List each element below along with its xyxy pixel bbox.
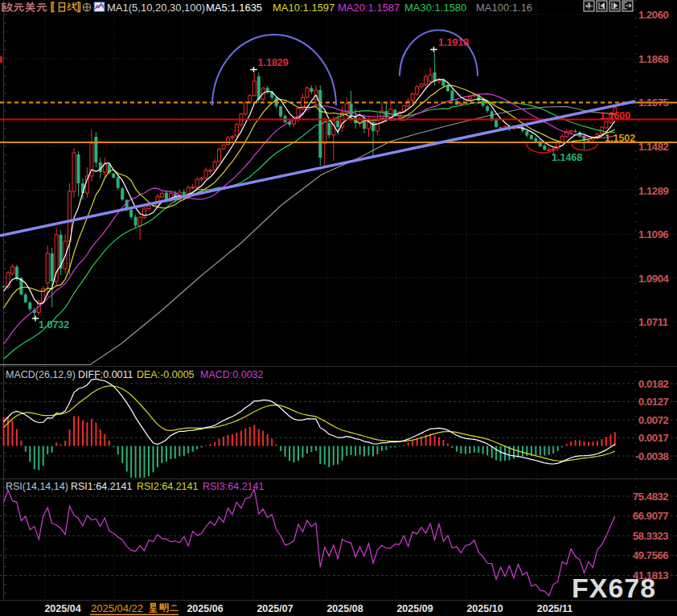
svg-text:2025/04: 2025/04 [44, 603, 80, 614]
svg-text:1.1482: 1.1482 [638, 141, 669, 153]
svg-text:0.0127: 0.0127 [638, 396, 669, 408]
svg-text:1.1468: 1.1468 [552, 152, 582, 163]
svg-text:49.7566: 49.7566 [633, 549, 668, 561]
svg-text:1.1502: 1.1502 [605, 133, 635, 144]
svg-text:66.9077: 66.9077 [633, 510, 668, 522]
svg-text:2025/10: 2025/10 [466, 603, 503, 614]
svg-text:1.0904: 1.0904 [638, 273, 670, 285]
svg-text:MA30:1.1580: MA30:1.1580 [404, 2, 466, 14]
svg-text:MACD(26,12,9): MACD(26,12,9) [6, 369, 76, 380]
svg-text:2025/08: 2025/08 [326, 603, 363, 614]
svg-text:1.1829: 1.1829 [258, 57, 289, 68]
svg-text:MA20:1.1587: MA20:1.1587 [338, 2, 400, 14]
svg-text:0.0017: 0.0017 [638, 432, 669, 444]
svg-text:FX678: FX678 [572, 573, 656, 603]
svg-text:DIFF:0.0011: DIFF:0.0011 [78, 369, 133, 380]
svg-text:75.4832: 75.4832 [633, 491, 668, 503]
svg-text:RSI1:64.2141: RSI1:64.2141 [71, 481, 132, 492]
svg-text:2025/11: 2025/11 [537, 603, 573, 614]
svg-text:MA10:1.1597: MA10:1.1597 [273, 2, 334, 14]
svg-text:1.0732: 1.0732 [39, 319, 69, 331]
svg-text:2025/07: 2025/07 [256, 603, 293, 614]
svg-text:0.0182: 0.0182 [638, 378, 669, 390]
svg-text:58.3323: 58.3323 [633, 530, 668, 542]
svg-text:-0.0038: -0.0038 [635, 450, 668, 462]
svg-text:1.1289: 1.1289 [638, 185, 669, 197]
svg-text:1.1868: 1.1868 [638, 53, 669, 65]
svg-text:RSI3:64.2141: RSI3:64.2141 [203, 481, 264, 492]
svg-text:2025/09: 2025/09 [396, 603, 433, 614]
svg-text:2025/06: 2025/06 [187, 603, 223, 614]
svg-text:1.2060: 1.2060 [638, 9, 669, 21]
svg-text:1.1918: 1.1918 [438, 37, 469, 48]
svg-text:DEA:-0.0005: DEA:-0.0005 [137, 369, 195, 380]
svg-text:MA100:1.16: MA100:1.16 [476, 2, 532, 14]
svg-text:1.0711: 1.0711 [638, 316, 668, 328]
svg-text:MACD:0.0032: MACD:0.0032 [200, 369, 264, 380]
svg-text:MA5:1.1635: MA5:1.1635 [206, 2, 262, 14]
svg-text:RSI(14,14,14): RSI(14,14,14) [6, 481, 68, 492]
svg-text:1.1675: 1.1675 [638, 97, 669, 109]
svg-text:RSI2:64.2141: RSI2:64.2141 [137, 481, 198, 492]
svg-text:2025/04/22: 2025/04/22 [91, 602, 143, 614]
svg-text:1.1600: 1.1600 [600, 110, 630, 121]
svg-text:0.0072: 0.0072 [638, 414, 669, 426]
svg-text:MA1(5,10,20,30,100): MA1(5,10,20,30,100) [107, 2, 205, 14]
svg-text:1.1096: 1.1096 [638, 228, 669, 240]
